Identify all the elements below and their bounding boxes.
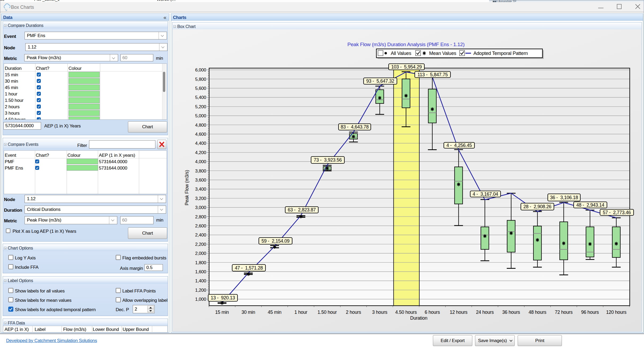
svg-text:63 - 2,823.87: 63 - 2,823.87	[288, 207, 316, 212]
svg-text:3,000: 3,000	[195, 205, 206, 210]
svg-text:2,800: 2,800	[195, 214, 206, 219]
svg-text:5,400: 5,400	[195, 95, 206, 100]
svg-text:Peak Flow (m3/s): Peak Flow (m3/s)	[184, 170, 190, 206]
svg-text:5,000: 5,000	[195, 113, 206, 118]
svg-text:1,400: 1,400	[195, 278, 206, 283]
svg-text:13 - 920.13: 13 - 920.13	[211, 295, 235, 300]
svg-text:1,000: 1,000	[195, 297, 206, 302]
svg-text:15 min: 15 min	[215, 310, 229, 315]
svg-text:6,000: 6,000	[195, 67, 206, 73]
svg-text:4,400: 4,400	[195, 141, 206, 146]
svg-text:103 - 5,954.29: 103 - 5,954.29	[391, 64, 422, 70]
svg-text:1,600: 1,600	[195, 269, 206, 274]
svg-text:59 - 2,154.09: 59 - 2,154.09	[261, 238, 289, 244]
svg-text:1 hour: 1 hour	[295, 310, 308, 315]
svg-text:2 hours: 2 hours	[346, 310, 361, 315]
svg-text:2,200: 2,200	[195, 242, 206, 247]
svg-text:96 hours: 96 hours	[581, 310, 599, 315]
svg-text:5,800: 5,800	[195, 77, 206, 82]
svg-text:45 min: 45 min	[268, 310, 281, 315]
svg-text:6 hours: 6 hours	[425, 310, 440, 315]
svg-text:83 - 4,643.78: 83 - 4,643.78	[341, 124, 369, 130]
svg-text:120 hours: 120 hours	[606, 310, 626, 315]
svg-text:2,600: 2,600	[195, 223, 206, 228]
svg-text:3 hours: 3 hours	[372, 310, 387, 315]
svg-text:Duration: Duration	[410, 315, 428, 321]
svg-text:1.50 hour: 1.50 hour	[317, 310, 337, 315]
svg-text:2,400: 2,400	[195, 232, 206, 238]
svg-text:30 min: 30 min	[241, 310, 255, 315]
svg-text:113 - 5,847.75: 113 - 5,847.75	[417, 72, 448, 77]
svg-text:24 hours: 24 hours	[476, 310, 494, 315]
svg-text:1,200: 1,200	[195, 288, 206, 293]
svg-text:93 - 5,647.32: 93 - 5,647.32	[366, 78, 394, 84]
svg-text:73 - 3,923.56: 73 - 3,923.56	[314, 157, 342, 163]
svg-text:4.50 hours: 4.50 hours	[395, 310, 417, 315]
svg-text:36 hours: 36 hours	[502, 310, 520, 315]
svg-text:4,000: 4,000	[195, 159, 206, 164]
svg-text:2,000: 2,000	[195, 251, 206, 256]
svg-text:All Values: All Values	[391, 51, 411, 56]
svg-text:3,600: 3,600	[195, 178, 206, 183]
svg-text:48 hours: 48 hours	[529, 310, 546, 315]
svg-text:3,200: 3,200	[195, 196, 206, 201]
svg-text:5,200: 5,200	[195, 104, 206, 109]
svg-text:1,800: 1,800	[195, 260, 206, 265]
svg-text:4,600: 4,600	[195, 132, 206, 137]
svg-text:Peak Flow (m3/s) Duration Anal: Peak Flow (m3/s) Duration Analysis (PMF …	[347, 42, 465, 47]
svg-text:47 - 1,571.28: 47 - 1,571.28	[235, 265, 263, 271]
svg-text:36 - 3,106.18: 36 - 3,106.18	[550, 195, 578, 200]
svg-text:4,200: 4,200	[195, 150, 206, 155]
svg-text:3,400: 3,400	[195, 187, 206, 192]
svg-text:28 - 2,908.26: 28 - 2,908.26	[523, 204, 551, 209]
svg-text:3,800: 3,800	[195, 169, 206, 174]
svg-text:48 - 2,943.14: 48 - 2,943.14	[576, 202, 605, 208]
svg-text:12 hours: 12 hours	[450, 310, 468, 315]
svg-text:Mean Values: Mean Values	[429, 51, 456, 56]
svg-text:Adopted Temporal Pattern: Adopted Temporal Pattern	[473, 51, 528, 56]
svg-text:4 - 3,167.04: 4 - 3,167.04	[473, 191, 498, 197]
svg-text:72 hours: 72 hours	[555, 310, 573, 315]
svg-text:57 - 2,773.46: 57 - 2,773.46	[603, 210, 631, 215]
svg-text:4,800: 4,800	[195, 123, 206, 128]
svg-text:4 - 4,256.45: 4 - 4,256.45	[446, 143, 472, 148]
svg-text:5,600: 5,600	[195, 86, 206, 91]
